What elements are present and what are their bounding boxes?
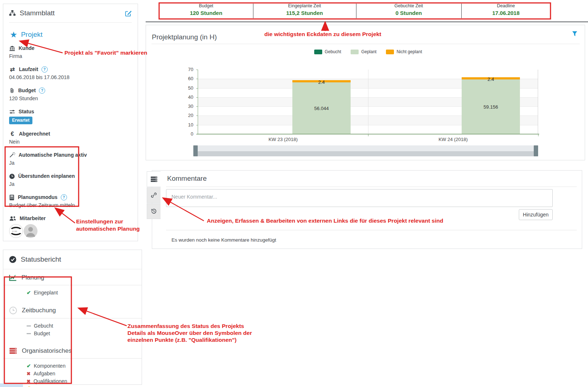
bar-group[interactable]: 2.4 56.044 bbox=[292, 80, 351, 134]
project-title-row: ★ Projekt bbox=[10, 31, 132, 39]
filter-icon[interactable] bbox=[572, 31, 577, 36]
project-name: Projekt bbox=[21, 31, 43, 39]
field-value: Ja bbox=[9, 181, 132, 188]
add-comment-button[interactable]: Hinzufügen bbox=[519, 209, 553, 220]
comments-stack-icon bbox=[150, 176, 158, 183]
x-icon: ✖ bbox=[27, 378, 31, 385]
legend-label: Geplant bbox=[361, 49, 376, 54]
stat-eingeplante-zeit: Eingeplante Zeit 115,2 Stunden bbox=[253, 3, 356, 16]
avatar[interactable] bbox=[24, 224, 38, 238]
y-tick-mark bbox=[196, 88, 198, 89]
y-tick-label: 50 bbox=[182, 85, 193, 91]
help-icon[interactable]: ? bbox=[39, 87, 45, 94]
chart-scrollbar[interactable] bbox=[193, 145, 538, 156]
paperclip-icon bbox=[9, 87, 15, 94]
field-label: Überstunden einplanen bbox=[18, 173, 75, 180]
stat-gebuchte-zeit: Gebuchte Zeit 0 Stunden bbox=[356, 3, 461, 16]
field-label: Planungsmodus bbox=[18, 194, 58, 201]
avatar[interactable]: o oo bbox=[9, 224, 23, 238]
y-tick-label: 10 bbox=[182, 122, 193, 128]
scrollbar-handle-right[interactable] bbox=[534, 145, 538, 156]
y-tick-mark bbox=[196, 125, 198, 125]
annotation-text: einzelnen Punkte (z.B. "Qualifikationen"… bbox=[127, 337, 237, 343]
divider bbox=[166, 230, 577, 230]
field-label: Automatische Planung aktiv bbox=[19, 152, 87, 159]
field-mitarbeiter: Mitarbeiter o oo bbox=[9, 215, 132, 238]
bottom-left-fragment bbox=[0, 383, 23, 387]
help-icon[interactable]: ? bbox=[61, 194, 67, 200]
history-tab[interactable] bbox=[147, 203, 161, 219]
field-ueberstunden: Überstunden einplanen Ja bbox=[9, 173, 132, 188]
x-icon: ✖ bbox=[27, 370, 31, 377]
gridline-vertical bbox=[368, 70, 368, 134]
divider bbox=[166, 187, 577, 187]
scrollbar-handle-left[interactable] bbox=[193, 145, 198, 156]
annotation-text: Zusammenfassung des Status des Projekts bbox=[127, 323, 244, 329]
y-tick-mark bbox=[196, 106, 198, 107]
tab-kommentare[interactable] bbox=[147, 171, 161, 187]
euro-icon: € bbox=[9, 130, 16, 137]
y-tick-mark bbox=[196, 134, 198, 134]
sitemap-icon bbox=[9, 10, 16, 16]
annotation-text: Details als MouseOver über den Symbolen … bbox=[127, 330, 252, 336]
clock-icon bbox=[9, 173, 15, 179]
status-item: Budget bbox=[27, 330, 142, 337]
stammblatt-card: Stammblatt ★ Projekt Kunde Firma ⇄ Laufz… bbox=[3, 4, 138, 241]
statusbericht-card: Statusbericht Planung ✔ Eingeplant Zeitb… bbox=[3, 250, 142, 385]
stats-toolbar: Budget 120 Stunden Eingeplante Zeit 115,… bbox=[146, 0, 588, 22]
legend-label: Gebucht bbox=[325, 49, 341, 54]
field-label: Kunde bbox=[19, 45, 35, 52]
page: Stammblatt ★ Projekt Kunde Firma ⇄ Laufz… bbox=[0, 0, 588, 387]
y-tick-mark bbox=[196, 70, 198, 70]
y-tick-label: 20 bbox=[182, 113, 193, 118]
field-abgerechnet: € Abgerechnet Nein bbox=[9, 130, 132, 145]
legend-item: Gebucht bbox=[314, 49, 341, 54]
section-label: Organisatorisches bbox=[22, 347, 72, 355]
help-icon[interactable]: ? bbox=[42, 66, 48, 73]
status-item: i Voraussetzungen bbox=[27, 386, 142, 387]
field-kunde: Kunde Firma bbox=[9, 45, 132, 60]
dash-icon bbox=[27, 325, 31, 327]
mitarbeiter-avatars: o oo bbox=[9, 224, 132, 238]
chart-plot: 2.4 56.044 2.4 59.156 bbox=[198, 70, 538, 134]
field-value: 04.06.2018 bis 17.06.2018 bbox=[9, 74, 132, 81]
new-comment-input[interactable] bbox=[166, 189, 553, 207]
check-circle-icon bbox=[9, 256, 16, 263]
bar-segment-geplant: 59.156 bbox=[462, 79, 520, 134]
users-icon bbox=[9, 216, 16, 221]
link-icon bbox=[151, 192, 157, 198]
field-label: Abgerechnet bbox=[19, 130, 50, 137]
field-value: Firma bbox=[9, 53, 132, 60]
magic-wand-icon bbox=[9, 152, 15, 158]
edit-icon[interactable] bbox=[125, 10, 132, 17]
status-item: ✖ Aufgaben bbox=[27, 370, 142, 377]
legend-item: Nicht geplant bbox=[386, 49, 422, 54]
planung-items: ✔ Eingeplant bbox=[3, 285, 142, 302]
section-zeitbuchung: Zeitbuchung bbox=[3, 302, 142, 318]
field-label: Laufzeit bbox=[19, 66, 38, 73]
favorite-star-icon[interactable]: ★ bbox=[10, 31, 17, 39]
section-organisatorisches: Organisatorisches bbox=[3, 343, 142, 359]
x-category-label: KW 23 (2018) bbox=[198, 137, 368, 142]
divider bbox=[461, 4, 462, 18]
stat-budget: Budget 120 Stunden bbox=[159, 3, 253, 16]
stat-deadline: Deadline 17.06.2018 bbox=[461, 3, 550, 16]
y-tick-mark bbox=[196, 79, 198, 79]
legend-swatch bbox=[386, 50, 394, 54]
legend-item: Geplant bbox=[351, 49, 376, 54]
x-category-label: KW 24 (2018) bbox=[368, 137, 538, 142]
status-badge: Erwartet bbox=[9, 117, 32, 124]
organisatorisches-items: ✔ Komponenten ✖ Aufgaben ✖ Qualifikation… bbox=[3, 359, 142, 387]
projektplanung-card: Projektplanung (in H) Gebucht Geplant Ni… bbox=[146, 25, 585, 160]
bar-segment-geplant: 56.044 bbox=[292, 82, 351, 134]
arrows-exchange-icon: ⇄ bbox=[9, 66, 16, 73]
bar-group[interactable]: 2.4 59.156 bbox=[462, 77, 520, 134]
tab-links[interactable] bbox=[147, 187, 161, 203]
field-budget: Budget ? 120 Stunden bbox=[9, 87, 132, 102]
kommentare-card: Kommentare Hinzufügen Es wurden noch kei… bbox=[152, 170, 582, 249]
card-title: Stammblatt bbox=[20, 9, 55, 17]
legend-label: Nicht geplant bbox=[396, 49, 422, 54]
status-item: ✔ Eingeplant bbox=[27, 289, 142, 296]
field-label: Budget bbox=[18, 87, 36, 94]
bar-value-label: 2.4 bbox=[462, 77, 520, 82]
